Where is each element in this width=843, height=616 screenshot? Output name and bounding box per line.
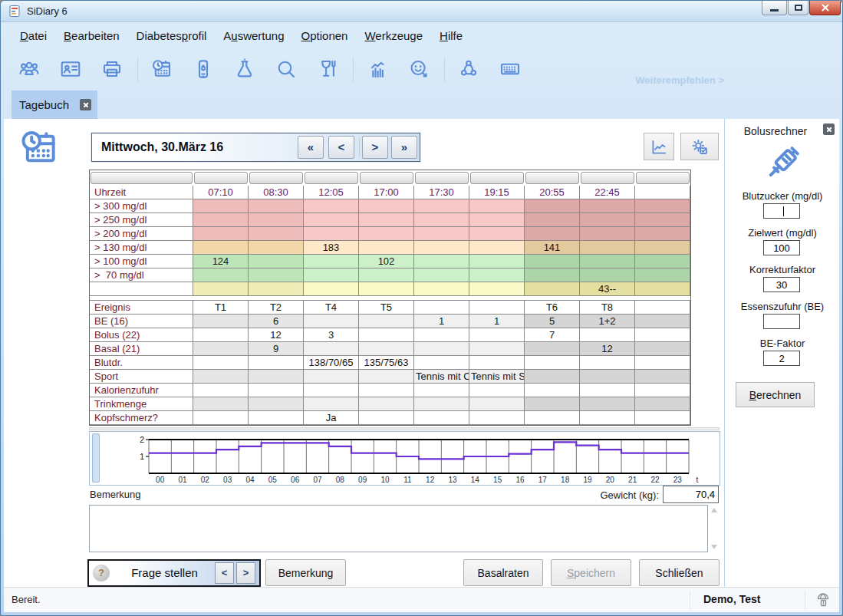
- table-scrollbar[interactable]: [89, 427, 720, 430]
- recommend-link[interactable]: Weiterempfehlen >: [635, 74, 724, 86]
- diary-cell[interactable]: [249, 384, 304, 397]
- diary-cell[interactable]: [359, 213, 414, 227]
- diary-cell[interactable]: 20:55: [525, 186, 580, 199]
- diary-cell[interactable]: [525, 268, 580, 282]
- diary-cell[interactable]: [249, 213, 304, 227]
- diary-cell[interactable]: [469, 397, 525, 411]
- diary-cell[interactable]: 3: [304, 328, 359, 342]
- carbs-input[interactable]: [763, 314, 800, 329]
- diary-cell[interactable]: 138/70/65: [304, 356, 359, 370]
- diary-cell[interactable]: [525, 255, 580, 268]
- diary-cell[interactable]: [414, 411, 469, 425]
- diary-cell[interactable]: [635, 315, 690, 328]
- diary-cell[interactable]: [635, 213, 690, 227]
- diary-cell[interactable]: [525, 356, 580, 370]
- minimize-icon[interactable]: [762, 1, 787, 15]
- menu-diabetesprofil[interactable]: Diabetesprofil: [128, 22, 216, 50]
- diary-cell[interactable]: [580, 199, 635, 213]
- diary-settings-button[interactable]: [680, 133, 719, 160]
- diary-cell[interactable]: [580, 241, 635, 255]
- diary-cell[interactable]: [580, 370, 635, 384]
- diary-cell[interactable]: 6: [249, 315, 304, 328]
- diary-cell[interactable]: [635, 255, 690, 268]
- diary-cell[interactable]: [525, 342, 580, 356]
- lab-values-flask-button[interactable]: [227, 52, 262, 87]
- column-header-button[interactable]: [91, 172, 193, 184]
- diary-cell[interactable]: [359, 370, 414, 384]
- basal-rates-button[interactable]: Basalraten: [463, 559, 543, 586]
- chart-scroll-strip[interactable]: [92, 433, 100, 483]
- diary-cell[interactable]: 183: [304, 241, 359, 255]
- diary-cell[interactable]: [304, 199, 359, 213]
- diary-cell[interactable]: [193, 356, 249, 370]
- diary-cell[interactable]: T8: [580, 301, 635, 315]
- diary-cell[interactable]: [249, 370, 304, 384]
- column-header-button[interactable]: [581, 172, 634, 184]
- diary-cell[interactable]: 1: [469, 315, 525, 328]
- diary-cell[interactable]: [193, 384, 249, 397]
- diary-cell[interactable]: 22:45: [580, 186, 635, 199]
- diary-cell[interactable]: [359, 199, 414, 213]
- diary-cell[interactable]: [414, 328, 469, 342]
- menu-datei[interactable]: Datei: [12, 22, 55, 50]
- diary-cell[interactable]: 7: [525, 328, 580, 342]
- diary-cell[interactable]: [193, 328, 249, 342]
- onscreen-keyboard-button[interactable]: [492, 52, 528, 87]
- save-button[interactable]: Speichern: [551, 559, 631, 586]
- diary-cell[interactable]: [193, 342, 249, 356]
- diary-cell[interactable]: [414, 384, 469, 397]
- scroll-up-icon[interactable]: [711, 508, 717, 512]
- diary-cell[interactable]: [359, 384, 414, 397]
- diary-cell[interactable]: T6: [525, 301, 580, 315]
- diary-cell[interactable]: [249, 356, 304, 370]
- diary-cell[interactable]: 07:10: [193, 186, 249, 199]
- diary-cell[interactable]: [304, 342, 359, 356]
- first-day-button[interactable]: «: [298, 136, 324, 159]
- diary-cell[interactable]: [193, 268, 249, 282]
- diary-cell[interactable]: [304, 227, 359, 241]
- diary-cell[interactable]: [249, 397, 304, 411]
- diary-cell[interactable]: [469, 282, 525, 296]
- diary-cell[interactable]: [304, 315, 359, 328]
- diary-cell[interactable]: Ja: [304, 411, 359, 425]
- diary-cell[interactable]: [469, 328, 525, 342]
- diary-cell[interactable]: 135/75/63: [359, 356, 414, 370]
- bg-input[interactable]: [763, 203, 800, 219]
- column-header-button[interactable]: [249, 172, 303, 184]
- diary-cell[interactable]: [580, 411, 635, 425]
- diary-cell[interactable]: [304, 397, 359, 411]
- diary-cell[interactable]: 102: [359, 255, 414, 268]
- diary-cell[interactable]: [414, 227, 469, 241]
- column-header-button[interactable]: [360, 172, 413, 184]
- diary-cell[interactable]: [304, 268, 359, 282]
- target-input[interactable]: [763, 240, 800, 255]
- diary-cell[interactable]: [580, 397, 635, 411]
- diary-cell[interactable]: [304, 255, 359, 268]
- maximize-icon[interactable]: [788, 1, 808, 15]
- column-header-button[interactable]: [194, 172, 248, 184]
- diary-calendar-button[interactable]: [144, 52, 179, 87]
- diary-cell[interactable]: [414, 301, 469, 315]
- diary-cell[interactable]: [635, 411, 690, 425]
- diary-cell[interactable]: [635, 282, 690, 296]
- nutrition-button[interactable]: [310, 52, 345, 87]
- statistics-button[interactable]: [360, 52, 395, 87]
- diary-cell[interactable]: [193, 411, 249, 425]
- tab-close-icon[interactable]: [80, 99, 91, 110]
- search-button[interactable]: [268, 52, 304, 87]
- diary-cell[interactable]: 1+2: [580, 315, 635, 328]
- diary-cell[interactable]: [525, 397, 580, 411]
- diary-cell[interactable]: [193, 213, 249, 227]
- show-graph-button[interactable]: [644, 133, 674, 160]
- profile-card-button[interactable]: [53, 52, 88, 87]
- diary-cell[interactable]: [525, 282, 580, 296]
- diary-cell[interactable]: [580, 227, 635, 241]
- diary-cell[interactable]: [469, 411, 525, 425]
- diary-cell[interactable]: [580, 328, 635, 342]
- diary-cell[interactable]: [635, 301, 690, 315]
- diary-cell[interactable]: [635, 186, 690, 199]
- diary-cell[interactable]: [525, 370, 580, 384]
- diary-cell[interactable]: [359, 328, 414, 342]
- diary-cell[interactable]: [414, 255, 469, 268]
- diary-cell[interactable]: 12: [249, 328, 304, 342]
